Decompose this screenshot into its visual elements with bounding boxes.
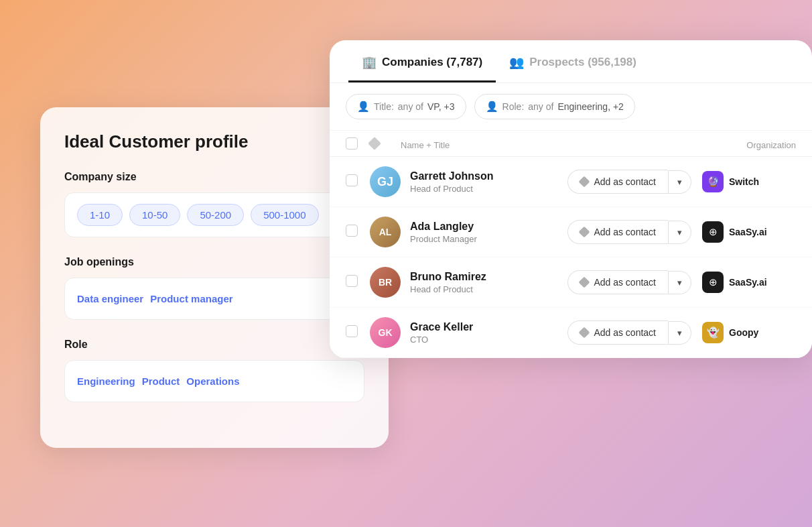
tag-engineering[interactable]: Engineering	[77, 371, 135, 391]
row-checkbox-2[interactable]	[346, 225, 370, 239]
avatar-garrett: GJ	[370, 166, 401, 197]
goopy-name: Goopy	[729, 327, 758, 338]
grace-org: 👻 Goopy	[702, 322, 796, 343]
role-label-filter: Role:	[502, 101, 525, 112]
prospects-icon: 👥	[509, 55, 524, 70]
add-contact-label: Add as contact	[594, 327, 656, 338]
filter-title[interactable]: 👤 Title: any of VP, +3	[346, 94, 466, 119]
avatar-grace: GK	[370, 317, 401, 348]
companies-icon: 🏢	[362, 55, 377, 70]
bruno-info: Bruno Ramirez Head of Product	[410, 271, 567, 294]
row-checkbox-1[interactable]	[346, 174, 370, 189]
ada-info: Ada Langley Product Manager	[410, 221, 567, 244]
title-anyof: any of	[398, 101, 423, 112]
tabs-row: 🏢 Companies (7,787) 👥 Prospects (956,198…	[330, 40, 812, 83]
header-checkbox-col	[346, 137, 370, 152]
tag-operations[interactable]: Operations	[186, 371, 239, 391]
tag-product-manager[interactable]: Product manager	[150, 289, 232, 308]
garrett-name: Garrett Johnson	[410, 170, 567, 182]
diamond-icon	[579, 176, 590, 188]
saasy-name-2: SaaSy.ai	[729, 277, 767, 288]
tag-data-engineer[interactable]: Data engineer	[77, 289, 143, 308]
table-header: Name + Title Organization	[330, 131, 812, 157]
role-tags: Engineering Product Operations	[64, 360, 364, 402]
table-row: AL Ada Langley Product Manager Add as co…	[330, 207, 812, 257]
avatar-ada: AL	[370, 217, 401, 247]
tag-10-50[interactable]: 10-50	[129, 204, 180, 226]
row-checkbox-3[interactable]	[346, 275, 370, 290]
header-diamond-col	[370, 139, 394, 151]
tab-companies[interactable]: 🏢 Companies (7,787)	[348, 40, 496, 82]
grace-name: Grace Keller	[410, 321, 567, 333]
grace-action: Add as contact ▾	[567, 320, 691, 345]
title-value: VP, +3	[427, 101, 455, 112]
avatar-bruno: BR	[370, 267, 401, 298]
dropdown-ada[interactable]: ▾	[668, 221, 691, 244]
garrett-info: Garrett Johnson Head of Product	[410, 170, 567, 194]
dropdown-bruno[interactable]: ▾	[668, 271, 691, 294]
add-contact-label: Add as contact	[594, 176, 656, 187]
add-contact-garrett[interactable]: Add as contact	[567, 170, 668, 194]
ada-name: Ada Langley	[410, 221, 567, 233]
filter-role[interactable]: 👤 Role: any of Engineering, +2	[474, 94, 635, 119]
company-size-tags: 1-10 10-50 50-200 500-1000	[64, 192, 364, 237]
add-contact-label: Add as contact	[594, 277, 656, 288]
diamond-icon	[579, 277, 590, 288]
icp-title: Ideal Customer profile	[64, 131, 364, 152]
person-icon-2: 👤	[486, 101, 498, 113]
garrett-action: Add as contact ▾	[567, 170, 691, 194]
bruno-title: Head of Product	[410, 284, 567, 294]
saasy-logo-2: ⊕	[702, 272, 724, 293]
person-icon-1: 👤	[357, 101, 370, 113]
table-row: GJ Garrett Johnson Head of Product Add a…	[330, 157, 812, 207]
switch-logo: 🔮	[702, 171, 724, 192]
garrett-title: Head of Product	[410, 184, 567, 194]
ada-org: ⊕ SaaSy.ai	[702, 221, 796, 243]
header-name-col: Name + Title	[394, 140, 548, 150]
row-checkbox-4[interactable]	[346, 325, 370, 340]
add-contact-bruno[interactable]: Add as contact	[567, 270, 668, 294]
saasy-logo-1: ⊕	[702, 221, 724, 243]
dropdown-grace[interactable]: ▾	[668, 321, 691, 345]
job-openings-label: Job openings	[64, 256, 364, 268]
job-openings-tags: Data engineer Product manager	[64, 278, 364, 320]
role-anyof: any of	[528, 101, 553, 112]
tab-prospects-label: Prospects (956,198)	[529, 56, 636, 69]
tag-50-200[interactable]: 50-200	[187, 204, 244, 226]
add-contact-label: Add as contact	[594, 227, 656, 237]
bruno-action: Add as contact ▾	[567, 270, 691, 294]
ada-title: Product Manager	[410, 234, 567, 244]
tab-companies-label: Companies (7,787)	[382, 56, 482, 69]
tag-1-10[interactable]: 1-10	[77, 204, 123, 226]
bruno-org: ⊕ SaaSy.ai	[702, 272, 796, 293]
dropdown-garrett[interactable]: ▾	[668, 170, 691, 194]
select-all-checkbox[interactable]	[346, 137, 358, 150]
header-org-col: Organization	[702, 140, 796, 150]
garrett-org: 🔮 Switch	[702, 171, 796, 192]
add-contact-ada[interactable]: Add as contact	[567, 220, 668, 244]
diamond-icon	[579, 227, 590, 238]
title-label: Title:	[374, 101, 394, 112]
table-row: GK Grace Keller CTO Add as contact ▾ 👻 G…	[330, 308, 812, 358]
tag-500-1000[interactable]: 500-1000	[251, 204, 318, 226]
prospects-card: 🏢 Companies (7,787) 👥 Prospects (956,198…	[330, 40, 812, 358]
filters-row: 👤 Title: any of VP, +3 👤 Role: any of En…	[330, 83, 812, 131]
add-contact-grace[interactable]: Add as contact	[567, 320, 668, 345]
diamond-icon	[579, 327, 590, 339]
diamond-header-icon	[368, 137, 381, 150]
switch-name: Switch	[729, 176, 759, 187]
table-row: BR Bruno Ramirez Head of Product Add as …	[330, 257, 812, 308]
bruno-name: Bruno Ramirez	[410, 271, 567, 283]
grace-title: CTO	[410, 335, 567, 345]
grace-info: Grace Keller CTO	[410, 321, 567, 345]
company-size-label: Company size	[64, 171, 364, 183]
saasy-name-1: SaaSy.ai	[729, 227, 767, 237]
tab-prospects[interactable]: 👥 Prospects (956,198)	[496, 40, 650, 82]
role-label: Role	[64, 339, 364, 351]
tag-product[interactable]: Product	[142, 371, 180, 391]
goopy-logo: 👻	[702, 322, 724, 343]
role-value: Engineering, +2	[557, 101, 623, 112]
ada-action: Add as contact ▾	[567, 220, 691, 244]
